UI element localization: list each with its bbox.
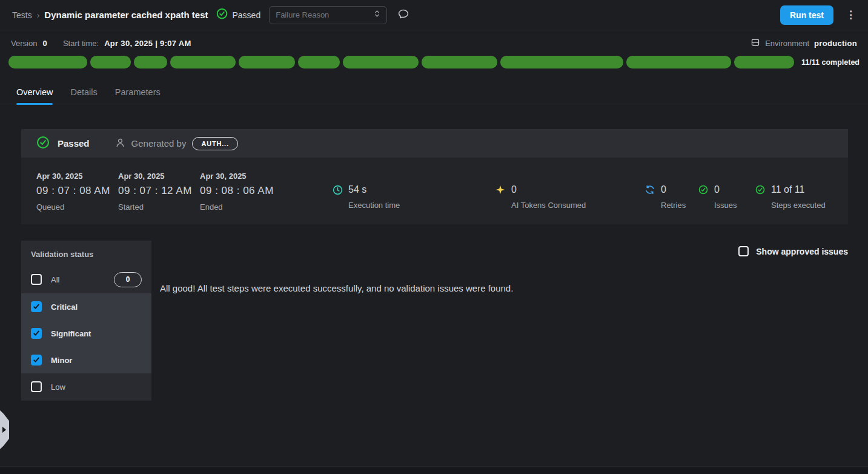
checkbox-critical[interactable] <box>31 301 42 312</box>
progress-segment[interactable] <box>626 56 731 68</box>
validation-status-panel: Validation status All 0 Critical Signifi… <box>21 241 151 401</box>
filter-row-minor[interactable]: Minor <box>21 347 151 373</box>
summary-card-body: Apr 30, 2025 09 : 07 : 08 AM Queued Apr … <box>21 158 848 224</box>
metric-execution-time: 54 s Execution time <box>333 184 400 210</box>
comment-bubble-icon <box>397 8 409 22</box>
sparkle-icon <box>495 185 506 195</box>
environment-value: production <box>814 39 857 48</box>
start-time-value: Apr 30, 2025 | 9:07 AM <box>104 39 191 48</box>
validation-status-title: Validation status <box>21 241 151 265</box>
filter-row-low[interactable]: Low <box>21 373 151 400</box>
metric-issues: 0 Issues <box>698 184 737 210</box>
chevron-updown-icon <box>374 9 380 21</box>
time-column-queued: Apr 30, 2025 09 : 07 : 08 AM Queued <box>36 172 110 212</box>
time-column-ended: Apr 30, 2025 09 : 08 : 06 AM Ended <box>200 172 274 212</box>
progress-completed-text: 11/11 completed <box>801 58 860 67</box>
run-test-button[interactable]: Run test <box>780 5 833 25</box>
progress-segment[interactable] <box>239 56 294 68</box>
test-run-page: Tests › Dynamic parameter cached xpath t… <box>0 0 868 474</box>
tab-details[interactable]: Details <box>70 80 97 104</box>
issue-count-badge: 0 <box>114 272 142 287</box>
time-column-started: Apr 30, 2025 09 : 07 : 12 AM Started <box>118 172 192 212</box>
show-approved-label: Show approved issues <box>756 247 848 256</box>
chevron-right-icon <box>2 427 6 433</box>
topbar: Tests › Dynamic parameter cached xpath t… <box>0 0 868 30</box>
filter-all-label: All <box>51 275 105 284</box>
progress-segment[interactable] <box>343 56 419 68</box>
checkbox-low[interactable] <box>31 381 42 392</box>
progress-segments <box>8 56 794 68</box>
environment-icon <box>750 38 760 49</box>
check-circle-icon <box>698 185 709 195</box>
checkbox-significant[interactable] <box>31 328 42 339</box>
status-badge: Passed <box>216 8 260 22</box>
all-good-message: All good! All test steps were executed s… <box>160 283 513 293</box>
check-circle-icon <box>36 136 50 152</box>
run-summary-card: Passed Generated by AUTH... Apr 30, 2025… <box>21 129 848 224</box>
page-title: Dynamic parameter cached xpath test <box>44 10 208 20</box>
metric-retries: 0 Retries <box>645 184 686 210</box>
more-options-icon[interactable]: ⋮ <box>846 10 856 20</box>
check-circle-icon <box>216 8 228 22</box>
progress-segment[interactable] <box>134 56 168 68</box>
steps-progress-bar: 11/11 completed <box>8 56 860 68</box>
generated-by-badge[interactable]: AUTH... <box>192 137 237 150</box>
tab-parameters[interactable]: Parameters <box>115 80 161 104</box>
progress-segment[interactable] <box>170 56 236 68</box>
filter-row-significant[interactable]: Significant <box>21 320 151 347</box>
show-approved-issues: Show approved issues <box>738 246 848 256</box>
progress-segment[interactable] <box>8 56 87 68</box>
comment-button[interactable] <box>397 8 409 22</box>
progress-segment[interactable] <box>734 56 794 68</box>
filter-row-critical[interactable]: Critical <box>21 293 151 320</box>
version-label: Version <box>11 39 37 48</box>
progress-segment[interactable] <box>298 56 340 68</box>
progress-segment[interactable] <box>422 56 497 68</box>
environment-chip: Environment production <box>750 38 857 49</box>
filter-options: Critical Significant Minor Low <box>21 293 151 400</box>
environment-label: Environment <box>765 39 809 48</box>
clock-icon <box>333 185 343 195</box>
progress-segment[interactable] <box>90 56 131 68</box>
breadcrumb-chevron-icon: › <box>37 10 40 20</box>
meta-left: Version 0 Start time: Apr 30, 2025 | 9:0… <box>11 39 191 48</box>
check-circle-icon <box>755 185 766 195</box>
progress-segment[interactable] <box>500 56 624 68</box>
sidebar-expand-handle[interactable] <box>0 410 9 449</box>
meta-row: Version 0 Start time: Apr 30, 2025 | 9:0… <box>0 32 868 55</box>
failure-reason-select[interactable]: Failure Reason <box>269 6 387 24</box>
generated-by-label: Generated by <box>131 138 187 149</box>
person-icon <box>115 138 125 150</box>
generated-by: Generated by AUTH... <box>115 137 238 150</box>
bottom-bar <box>0 466 868 474</box>
failure-reason-placeholder: Failure Reason <box>276 10 329 19</box>
refresh-icon <box>645 185 655 195</box>
version-value: 0 <box>42 39 47 48</box>
tab-bar: OverviewDetailsParameters <box>0 80 868 104</box>
status-text: Passed <box>232 10 260 20</box>
metric-ai-tokens-consumed: 0 AI Tokens Consumed <box>495 184 586 210</box>
checkbox-minor[interactable] <box>31 355 42 366</box>
checkbox-all[interactable] <box>31 274 42 285</box>
tab-overview[interactable]: Overview <box>16 80 53 104</box>
show-approved-checkbox[interactable] <box>738 246 749 256</box>
summary-status-text: Passed <box>58 138 90 149</box>
start-time-label: Start time: <box>63 39 99 48</box>
breadcrumb[interactable]: Tests <box>12 10 32 20</box>
filter-row-all[interactable]: All 0 <box>21 265 151 293</box>
metric-steps-executed: 11 of 11 Steps executed <box>755 184 826 210</box>
summary-card-header: Passed Generated by AUTH... <box>21 129 848 158</box>
